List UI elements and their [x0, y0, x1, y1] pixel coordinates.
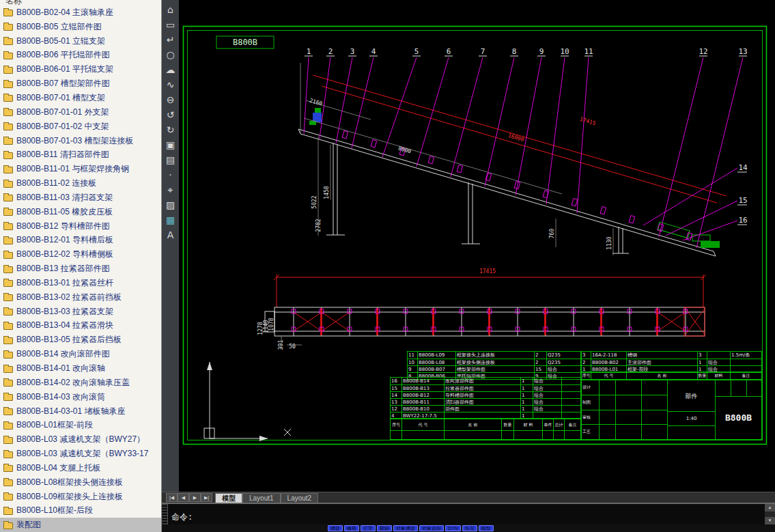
tree-item[interactable]: B800B-L01框架-前段 — [0, 418, 161, 432]
tab-nav-arrow[interactable]: |◀ — [166, 493, 178, 502]
conveyor-plan-view — [265, 275, 706, 350]
text-icon[interactable]: A — [163, 227, 178, 242]
redo-icon[interactable]: ↻ — [163, 122, 178, 137]
status-toggle[interactable]: 正交 — [361, 525, 376, 531]
spline-icon[interactable]: ∿ — [163, 77, 178, 92]
circle-icon[interactable]: ○ — [163, 47, 178, 62]
home-icon[interactable]: ⌂ — [163, 2, 178, 17]
tree-item[interactable]: B800B-B12-01 导料槽后板 — [0, 234, 161, 248]
scrollbar-track[interactable] — [765, 512, 775, 517]
tree-item[interactable]: B800B-B11-01 与框架焊接角钢 — [0, 162, 161, 176]
tree-item[interactable]: B800B-B05 立辊部件图 — [0, 20, 161, 34]
bom-header-cell: 单件 — [542, 419, 553, 430]
hatch-icon[interactable]: ▨ — [163, 197, 178, 212]
tree-item[interactable]: 装配图 — [0, 518, 161, 532]
ellipse-icon[interactable]: ⊖ — [163, 92, 178, 107]
tree-item[interactable]: B800B-B12 导料槽部件图 — [0, 219, 161, 234]
svg-text:12: 12 — [699, 47, 707, 56]
tab-nav-arrow[interactable]: ◀ — [178, 493, 189, 502]
tree-item[interactable]: B800B-L10框架-后段 — [0, 504, 161, 518]
tree-item[interactable]: B800B-B13-03 拉紧器支架 — [0, 305, 161, 319]
signature-row: 审核 — [582, 410, 667, 425]
tree-item[interactable]: B800B-B07-01-01 外支架 — [0, 105, 161, 120]
tree-item[interactable]: B800B-B05-01 立辊支架 — [0, 34, 161, 48]
command-window[interactable]: 命令: ▲ ▼ — [162, 503, 775, 524]
copy-icon[interactable]: ▣ — [163, 137, 178, 152]
undo-icon[interactable]: ↺ — [163, 107, 178, 122]
bom-row: 9B800B-B07槽型架部件图15组合 — [408, 365, 580, 372]
tree-item[interactable]: B800B-B07 槽型架部件图 — [0, 76, 161, 91]
tree-item[interactable]: B800B-B14-02 改向滚轴承压盖 — [0, 376, 161, 390]
tab-nav-arrow[interactable]: ▶| — [201, 493, 212, 502]
rectangle-icon[interactable]: ▭ — [163, 17, 178, 32]
table-icon[interactable]: ▦ — [163, 212, 178, 227]
tree-item[interactable]: B800B-B13-04 拉紧器滑块 — [0, 319, 161, 333]
folder-icon — [3, 67, 13, 74]
status-toggle[interactable]: 栅格 — [344, 525, 359, 531]
tab-layout2[interactable]: Layout2 — [281, 493, 319, 503]
status-toggle[interactable]: 捕捉 — [328, 525, 343, 531]
status-toggle[interactable]: 模型 — [479, 525, 494, 531]
leader-icon[interactable]: ↵ — [163, 32, 178, 47]
status-toggle[interactable]: DYN — [445, 525, 461, 531]
tree-item[interactable]: B800B-B11-02 连接板 — [0, 176, 161, 191]
tree-item[interactable]: B800B-B14-03 改向滚筒 — [0, 390, 161, 404]
tree-item[interactable]: B800B-L03 减速机支架（BWY33-17 — [0, 447, 161, 461]
paste-icon[interactable]: ▤ — [163, 152, 178, 167]
signature-row: 设计 — [582, 380, 667, 395]
tree-item[interactable]: B800B-B13-05 拉紧器后挡板 — [0, 333, 161, 347]
tree-item[interactable]: B800B-B13-01 拉紧器丝杆 — [0, 276, 161, 290]
tree-item[interactable]: B800B-B11-03 清扫器支架 — [0, 191, 161, 205]
tree-item[interactable]: B800B-B14-01 改向滚轴 — [0, 361, 161, 376]
tab-nav-arrow[interactable]: ▶ — [189, 493, 201, 502]
status-toggle[interactable]: 对象捕捉 — [393, 525, 418, 531]
revcloud-icon[interactable]: ☁ — [163, 62, 178, 77]
scale-value: 1:40 — [668, 412, 715, 426]
tree-item[interactable]: B800B-B07-01-02 中支架 — [0, 120, 161, 134]
tree-item-label: B800B-B13-03 拉紧器支架 — [16, 306, 113, 318]
tree-item-label: B800B-B12 导料槽部件图 — [16, 221, 110, 232]
balloon-leaders — [304, 57, 743, 248]
status-toggle[interactable]: 极轴 — [377, 525, 392, 531]
tree-item[interactable]: B800B-B12-02 导料槽侧板 — [0, 247, 161, 262]
folder-icon — [3, 437, 13, 444]
tree-item[interactable]: B800B-L09框架接头上连接板 — [0, 490, 161, 504]
tree-item[interactable]: B800B-B07-01 槽型支架 — [0, 91, 161, 105]
tree-item[interactable]: B800B-B02-04 主滚轴承座 — [0, 5, 161, 20]
divider-dot[interactable]: · — [163, 167, 178, 182]
scroll-down-icon[interactable]: ▼ — [765, 517, 775, 524]
drawing-canvas[interactable]: B800B — [179, 0, 775, 492]
tree-item[interactable]: B800B-B13 拉紧器部件图 — [0, 262, 161, 276]
status-toggle[interactable]: 线宽 — [462, 525, 477, 531]
status-toggle[interactable]: 对象追踪 — [419, 525, 444, 531]
bom-header-subrow — [391, 430, 580, 439]
bom-header-cell: 序号 — [391, 419, 401, 430]
measure-icon[interactable]: ⌖ — [163, 182, 178, 197]
command-prompt[interactable]: 命令: — [171, 512, 193, 523]
bom-row: 14B800B-B12导料槽部件图1组合 — [391, 391, 580, 398]
tree-item[interactable]: B800B-B06-01 平托辊支架 — [0, 62, 161, 76]
tree-item[interactable]: B800B-L04 支腿上托板 — [0, 461, 161, 475]
bom-row: 16B800B-B14改向滚部件图1组合 — [391, 378, 580, 384]
svg-text:13: 13 — [738, 47, 747, 56]
tree-item[interactable]: B800B-B06 平托辊部件图 — [0, 48, 161, 63]
tree-item-label: B800B-B13 拉紧器部件图 — [16, 263, 110, 275]
tree-item[interactable]: B800B-B11-05 橡胶皮压板 — [0, 205, 161, 219]
tree-item[interactable]: B800B-B14-03-01 堵板轴承座 — [0, 404, 161, 419]
tree-item[interactable]: B800B-L03 减速机支架（BWY27） — [0, 432, 161, 447]
scroll-up-icon[interactable]: ▲ — [765, 504, 775, 512]
tree-item[interactable]: B800B-L08框架接头侧连接板 — [0, 475, 161, 490]
tab-layout1[interactable]: Layout1 — [242, 493, 281, 503]
tree-column-header[interactable]: 名称 — [0, 0, 161, 5]
bom-row: 2B800B-B02主滚部件图1组合 — [582, 359, 761, 365]
tab-model[interactable]: 模型 — [215, 493, 242, 503]
tree-item[interactable]: B800B-B14 改向滚部件图 — [0, 347, 161, 361]
tree-item[interactable]: B800B-B11 清扫器部件图 — [0, 148, 161, 162]
command-window-grip[interactable] — [162, 504, 168, 524]
tree-item[interactable]: B800B-B07-01-03 槽型架连接板 — [0, 134, 161, 148]
svg-text:16: 16 — [738, 216, 747, 225]
tree-item-label: B800B-L09框架接头上连接板 — [16, 491, 123, 503]
command-scrollbar[interactable]: ▲ ▼ — [765, 504, 775, 524]
tree-item[interactable]: B800B-B13-02 拉紧器前挡板 — [0, 290, 161, 305]
bom-header-cell: 备注 — [730, 372, 761, 379]
